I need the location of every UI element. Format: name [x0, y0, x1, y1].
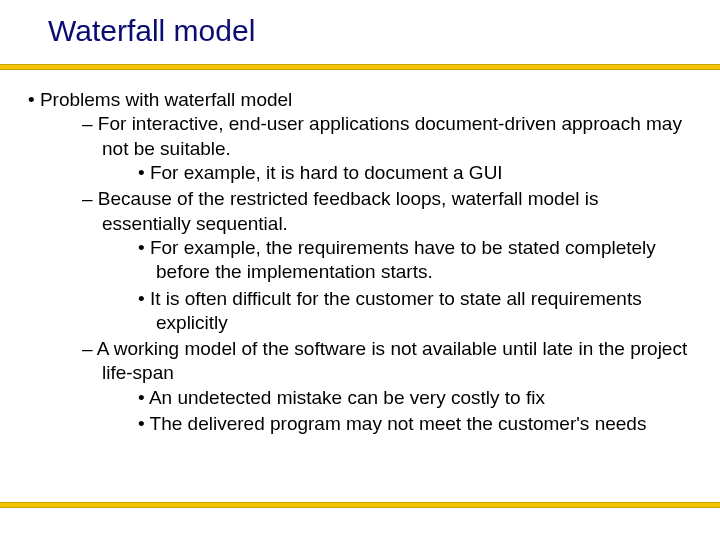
bullet-text: For interactive, end-user applications d…	[98, 113, 682, 158]
bullet-l1-1: Because of the restricted feedback loops…	[82, 187, 692, 335]
bullet-text: It is often difficult for the customer t…	[150, 288, 642, 333]
bullet-l1-2: A working model of the software is not a…	[82, 337, 692, 436]
bullet-l2-2: It is often difficult for the customer t…	[138, 287, 692, 336]
bullet-text: For example, the requirements have to be…	[150, 237, 656, 282]
bullet-text: An undetected mistake can be very costly…	[149, 387, 545, 408]
bullet-text: A working model of the software is not a…	[97, 338, 687, 383]
slide: Waterfall model Problems with waterfall …	[0, 0, 720, 540]
bullet-l2-4: The delivered program may not meet the c…	[138, 412, 692, 436]
bullet-l2-0: For example, it is hard to document a GU…	[138, 161, 692, 185]
bullet-text: For example, it is hard to document a GU…	[150, 162, 503, 183]
bullet-l0-0: Problems with waterfall model For intera…	[28, 88, 692, 436]
bullet-l1-0: For interactive, end-user applications d…	[82, 112, 692, 185]
bullet-l2-1: For example, the requirements have to be…	[138, 236, 692, 285]
slide-body: Problems with waterfall model For intera…	[28, 88, 692, 438]
bullet-l2-3: An undetected mistake can be very costly…	[138, 386, 692, 410]
divider-top	[0, 64, 720, 70]
bullet-text: Because of the restricted feedback loops…	[98, 188, 599, 233]
slide-title: Waterfall model	[48, 14, 255, 48]
bullet-text: Problems with waterfall model	[40, 89, 292, 110]
bullet-text: The delivered program may not meet the c…	[150, 413, 647, 434]
divider-bottom	[0, 502, 720, 508]
